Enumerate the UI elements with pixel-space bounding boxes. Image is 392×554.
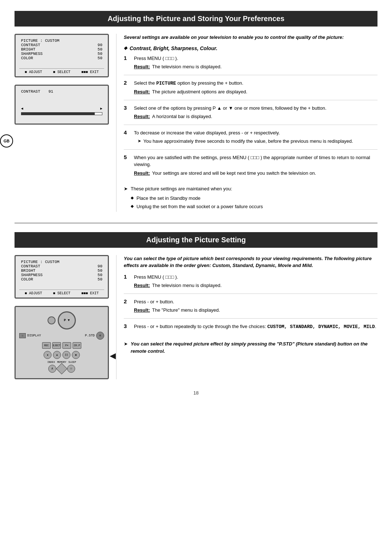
rc-display-icon: ☐: [19, 333, 26, 338]
menu-sharpness-label: SHARPNESS: [21, 52, 42, 56]
step-2: 2 Select the PICTURE option by pressing …: [124, 80, 377, 100]
s2-step-3-content: Press - or + button repeatedly to cycle …: [134, 323, 377, 332]
rc-nav-wheel: P ▼: [58, 311, 76, 329]
rc-sleep-btn: ☉: [67, 365, 75, 373]
s2-footer-select: ■ SELECT: [53, 291, 70, 295]
contrast-title-line: CONTRAST 91: [21, 89, 102, 94]
page-number-text: 18: [193, 390, 199, 396]
section1-bullet: Contrast, Bright, Sharpness, Colour.: [124, 45, 377, 51]
s2-tv-footer: ■ ADJUST ■ SELECT ■■■ EXIT: [19, 290, 104, 295]
rc-pstd-btn: ⊙: [96, 332, 104, 340]
s2-footer-exit: ■■■ EXIT: [81, 291, 99, 295]
s2-step-3-number: 3: [124, 323, 130, 332]
s2-step-2-text: Press - or + button.: [134, 298, 377, 306]
step-2-result: Result: The picture adjustment options a…: [134, 88, 377, 96]
tv-footer: ■ ADJUST ■ SELECT ■■■ EXIT: [19, 68, 104, 74]
step-5-content: When you are satisfied with the settings…: [134, 154, 377, 177]
menu-contrast-line: CONTRAST 90: [21, 43, 102, 47]
rc-circle-btn: [48, 316, 56, 324]
step-4-number: 4: [124, 129, 130, 145]
section2-steps: 1 Press MENU ( □□□ ). Result: The televi…: [124, 274, 377, 336]
result-label-1: Result:: [134, 63, 150, 70]
section2-left: PICTURE : CUSTOM CONTRAST 90 BRIGHT 50 S…: [15, 255, 109, 379]
step-5: 5 When you are satisfied with the settin…: [124, 154, 377, 181]
note-bullet-1-text: Place the set in Standby mode: [136, 195, 200, 201]
step-4-content: To decrease or increase the value displa…: [134, 129, 377, 145]
s2-step-2-number: 2: [124, 298, 130, 314]
rc-rec-btn: REC: [42, 342, 51, 349]
menu-sharpness-value: 50: [98, 52, 102, 56]
contrast-screen: CONTRAST 91 ◄ ►: [15, 85, 109, 125]
section2-title: Adjusting the Picture Setting: [146, 236, 246, 244]
rc-top-buttons: P ▼: [48, 311, 76, 329]
section2-content: PICTURE : CUSTOM CONTRAST 90 BRIGHT 50 S…: [15, 255, 377, 379]
gb-label: GB: [4, 139, 10, 143]
arrow-indicator: ◀: [110, 349, 116, 362]
rc-play-btn: ●: [44, 351, 52, 359]
tv-screen-1: PICTURE : CUSTOM CONTRAST 90 BRIGHT 50 S…: [15, 34, 109, 77]
menu-bright-label: BRIGHT: [21, 47, 36, 52]
rc-stop-btn: ▲: [53, 351, 61, 359]
step-2-text: Select the PICTURE option by pressing th…: [134, 80, 377, 87]
page: GB Adjusting the Picture and Storing You…: [0, 0, 392, 554]
result-text-5: Your settings are stored and will be kep…: [152, 170, 316, 177]
step-3-content: Select one of the options by pressing P …: [134, 105, 377, 120]
slider-bar: [21, 112, 102, 115]
footer-exit: ■■■ EXIT: [81, 70, 99, 74]
step-5-text: When you are satisfied with the settings…: [134, 154, 377, 168]
menu-color-value: 50: [98, 56, 102, 60]
note-bullet-1: Place the set in Standby mode: [131, 195, 263, 202]
rc-pstd-group: P.STD ⊙: [85, 332, 104, 340]
s2-result-text-2: The "Picture" menu is displayed.: [152, 307, 220, 314]
s2-note-content: You can select the required picture effe…: [131, 340, 377, 355]
section1-title: Adjusting the Picture and Storing Your P…: [107, 15, 284, 23]
s2-step-1: 1 Press MENU ( □□□ ). Result: The televi…: [124, 274, 377, 294]
s2-step-2-result: Result: The "Picture" menu is displayed.: [134, 307, 377, 314]
slider-right-marker: ►: [100, 107, 102, 111]
s2-result-label-1: Result:: [134, 282, 150, 289]
step-1: 1 Press MENU ( □□□ ). Result: The televi…: [124, 55, 377, 75]
step-3: 3 Select one of the options by pressing …: [124, 105, 377, 125]
section1-bullet-text: Contrast, Bright, Sharpness, Colour.: [130, 45, 217, 51]
s2-result-text-1: The television menu is displayed.: [152, 282, 222, 289]
note-bullet-2-text: Unplug the set from the wall socket or a…: [136, 204, 263, 209]
s2-step-1-text: Press MENU ( □□□ ).: [134, 274, 377, 281]
menu-bright-line: BRIGHT 50: [21, 47, 102, 52]
rc-nav-label: P ▼: [64, 319, 70, 322]
section1-steps: 1 Press MENU ( □□□ ). Result: The televi…: [124, 55, 377, 181]
rc-nav-row: ∧ ☉: [19, 365, 104, 373]
menu-title: PICTURE : CUSTOM: [21, 39, 60, 43]
contrast-label: CONTRAST: [21, 89, 40, 94]
s2-step-1-result: Result: The television menu is displayed…: [134, 282, 377, 289]
rc-eject-btn: EJECT: [52, 342, 61, 349]
rc-diamond-btn: [56, 363, 67, 374]
step-5-number: 5: [124, 154, 130, 177]
section2-intro: You can select the type of picture which…: [124, 255, 377, 269]
menu-sharpness-line: SHARPNESS 50: [21, 52, 102, 56]
menu-title-line: PICTURE : CUSTOM: [21, 39, 102, 43]
s2-result-label-2: Result:: [134, 307, 150, 314]
s2-menu-contrast-value: 90: [98, 264, 102, 268]
contrast-value: 91: [48, 89, 53, 94]
step-5-result: Result: Your settings are stored and wil…: [134, 170, 377, 177]
tv-screen-2: PICTURE : CUSTOM CONTRAST 90 BRIGHT 50 S…: [15, 255, 109, 299]
slider-fill: [21, 113, 95, 115]
rc-index-label: INDEX: [47, 361, 55, 364]
rc-pause-btn: II: [62, 351, 70, 359]
footer-select: ■ SELECT: [53, 70, 70, 74]
page-number: 18: [15, 390, 377, 396]
rc-up-btn: ∧: [48, 365, 56, 373]
step-2-number: 2: [124, 80, 130, 96]
rc-menu-circle: [48, 316, 56, 324]
note-bullets: Place the set in Standby mode Unplug the…: [131, 195, 263, 210]
step-1-number: 1: [124, 55, 130, 70]
section2-intro-text: You can select the type of picture which…: [124, 256, 372, 268]
rc-crystal-play-btn: ◉: [72, 351, 80, 359]
s2-menu-sharpness-label: SHARPNESS: [21, 273, 42, 277]
rc-sleep-label: SLEEP: [69, 361, 76, 364]
note-bullet-2: Unplug the set from the wall socket or a…: [131, 203, 263, 210]
s2-note-text: You can select the required picture effe…: [131, 341, 368, 354]
menu-contrast-label: CONTRAST: [21, 43, 40, 47]
note-text: These picture settings are maintained wh…: [131, 186, 232, 191]
step-4-note-text: You have approximately three seconds to …: [143, 138, 353, 145]
